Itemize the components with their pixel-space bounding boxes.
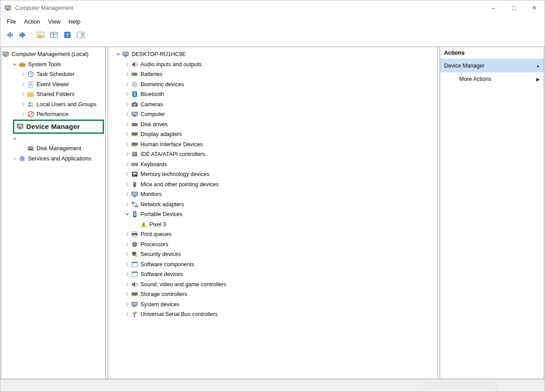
menu-item-file[interactable]: File (3, 16, 20, 27)
show-action-pane-button[interactable] (75, 29, 87, 41)
expander-collapsed-icon[interactable] (123, 91, 131, 98)
device-tree-item-software-components[interactable]: Software components (108, 260, 437, 270)
actions-rows: Device Manager▲More Actions▶ (440, 59, 544, 86)
expander-expanded-icon[interactable] (11, 135, 19, 142)
console-window-icon (36, 31, 45, 39)
device-tree-item-cameras[interactable]: Cameras (108, 100, 437, 110)
expander-collapsed-icon[interactable] (123, 261, 131, 268)
expander-collapsed-icon[interactable] (123, 291, 131, 298)
expander-collapsed-icon[interactable] (123, 281, 131, 288)
expander-spacer (132, 221, 140, 228)
expander-collapsed-icon[interactable] (19, 101, 27, 108)
device-tree-item-monitors[interactable]: Monitors (108, 189, 437, 200)
device-tree-item-sound-video-and-game-controllers[interactable]: Sound, video and game controllers (108, 280, 437, 290)
device-tree-item-universal-serial-bus-controllers[interactable]: Universal Serial Bus controllers (108, 309, 437, 320)
close-button[interactable]: × (524, 0, 545, 15)
device-tree-item-desktop-ru1hc9e[interactable]: DESKTOP-RU1HC9E (108, 49, 437, 60)
device-tree-item-ide-ata-atapi-controllers[interactable]: IDE ATA/ATAPI controllers (108, 149, 437, 160)
device-tree-item-print-queues[interactable]: Print queues (108, 229, 437, 240)
device-tree-item-system-devices[interactable]: System devices (108, 300, 437, 310)
expander-collapsed-icon[interactable] (123, 231, 131, 238)
submenu-arrow-icon[interactable]: ▶ (536, 77, 540, 82)
expander-expanded-icon[interactable] (123, 211, 131, 218)
console-tree-item-services-and-applications[interactable]: Services and Applications (1, 154, 105, 164)
collapse-section-icon[interactable]: ▲ (536, 64, 540, 68)
expander-collapsed-icon[interactable] (19, 71, 27, 78)
status-bar-segment (424, 381, 496, 390)
device-tree-item-network-adapters[interactable]: Network adapters (108, 200, 437, 210)
forward-button[interactable] (17, 29, 29, 41)
device-tree-item-storage-controllers[interactable]: Storage controllers (108, 289, 437, 300)
tree-item-label: Keyboards (140, 161, 167, 168)
menu-item-help[interactable]: Help (64, 16, 84, 27)
back-button[interactable] (4, 29, 16, 41)
tree-item-label: Monitors (140, 191, 162, 197)
expander-collapsed-icon[interactable] (123, 181, 131, 188)
maximize-button[interactable]: □ (504, 0, 524, 15)
expander-collapsed-icon[interactable] (123, 141, 131, 148)
help-button[interactable] (61, 29, 73, 41)
menu-item-view[interactable]: View (44, 16, 64, 27)
expander-collapsed-icon[interactable] (123, 61, 131, 68)
expander-collapsed-icon[interactable] (123, 151, 131, 158)
show-console-tree-button[interactable] (35, 29, 47, 41)
device-tree-item-batteries[interactable]: Batteries (108, 69, 437, 80)
device-tree-item-pixel-3[interactable]: Pixel 3 (108, 220, 437, 230)
expander-collapsed-icon[interactable] (123, 81, 131, 88)
device-tree-item-computer[interactable]: Computer (108, 109, 437, 120)
grid-icon (50, 31, 58, 39)
expander-collapsed-icon[interactable] (19, 91, 27, 98)
device-tree-item-display-adapters[interactable]: Display adapters (108, 129, 437, 140)
device-tree-item-audio-inputs-and-outputs[interactable]: Audio inputs and outputs (108, 60, 437, 70)
expander-collapsed-icon[interactable] (123, 111, 131, 118)
expander-collapsed-icon[interactable] (123, 161, 131, 168)
console-tree-item-event-viewer[interactable]: Event Viewer (1, 80, 105, 90)
expander-collapsed-icon[interactable] (123, 121, 131, 128)
device-tree-item-keyboards[interactable]: Keyboards (108, 160, 437, 170)
expander-collapsed-icon[interactable] (123, 251, 131, 258)
console-tree-item-local-users-and-groups[interactable]: Local Users and Groups (1, 100, 105, 110)
app-icon[interactable] (4, 4, 12, 12)
console-tree-item-task-scheduler[interactable]: Task Scheduler (1, 69, 105, 80)
expander-collapsed-icon[interactable] (123, 101, 131, 108)
console-tree-item-computer-management-local[interactable]: Computer Management (Local) (1, 49, 105, 60)
menu-item-action[interactable]: Action (20, 16, 44, 27)
tree-item-label: Cameras (140, 101, 163, 108)
console-tree-item-system-tools[interactable]: System Tools (1, 60, 105, 70)
expander-collapsed-icon[interactable] (123, 71, 131, 78)
expander-collapsed-icon[interactable] (123, 191, 131, 198)
device-tree-item-processors[interactable]: Processors (108, 240, 437, 250)
tree-item-label: DESKTOP-RU1HC9E (132, 51, 186, 57)
console-tree-item-disk-management[interactable]: Disk Management (1, 144, 105, 154)
expander-expanded-icon[interactable] (114, 51, 122, 58)
expander-collapsed-icon[interactable] (11, 155, 19, 162)
device-tree-item-security-devices[interactable]: Security devices (108, 249, 437, 260)
device-tree-item-human-interface-devices[interactable]: Human Interface Devices (108, 140, 437, 150)
device-tree-item-portable-devices[interactable]: Portable Devices (108, 209, 437, 220)
device-tree-item-disk-drives[interactable]: Disk drives (108, 120, 437, 130)
expander-collapsed-icon[interactable] (123, 201, 131, 208)
expander-collapsed-icon[interactable] (123, 131, 131, 138)
action-more-actions[interactable]: More Actions▶ (440, 72, 544, 86)
device-tree-item-bluetooth[interactable]: Bluetooth (108, 89, 437, 100)
expander-expanded-icon[interactable] (11, 61, 19, 68)
expander-collapsed-icon[interactable] (19, 81, 27, 88)
expander-collapsed-icon[interactable] (123, 171, 131, 178)
expander-collapsed-icon[interactable] (123, 311, 131, 318)
expander-collapsed-icon[interactable] (123, 271, 131, 278)
action-label: Device Manager (444, 63, 485, 69)
expander-collapsed-icon[interactable] (123, 241, 131, 248)
console-tree-item-row-8[interactable] (1, 134, 105, 144)
minimize-button[interactable]: – (483, 0, 504, 15)
console-tree-item-performance[interactable]: Performance (1, 109, 105, 120)
device-tree-item-memory-technology-devices[interactable]: Memory technology devices (108, 169, 437, 180)
device-tree-item-software-devices[interactable]: Software devices (108, 269, 437, 280)
expander-collapsed-icon[interactable] (19, 111, 27, 118)
device-tree-item-mice-and-other-pointing-devices[interactable]: Mice and other pointing devices (108, 180, 437, 190)
console-tree-item-device-manager[interactable]: Device Manager (1, 120, 105, 134)
action-device-manager[interactable]: Device Manager▲ (440, 59, 544, 72)
properties-button[interactable] (48, 29, 60, 41)
expander-collapsed-icon[interactable] (123, 301, 131, 308)
console-tree-item-shared-folders[interactable]: Shared Folders (1, 89, 105, 100)
device-tree-item-biometric-devices[interactable]: Biometric devices (108, 80, 437, 90)
